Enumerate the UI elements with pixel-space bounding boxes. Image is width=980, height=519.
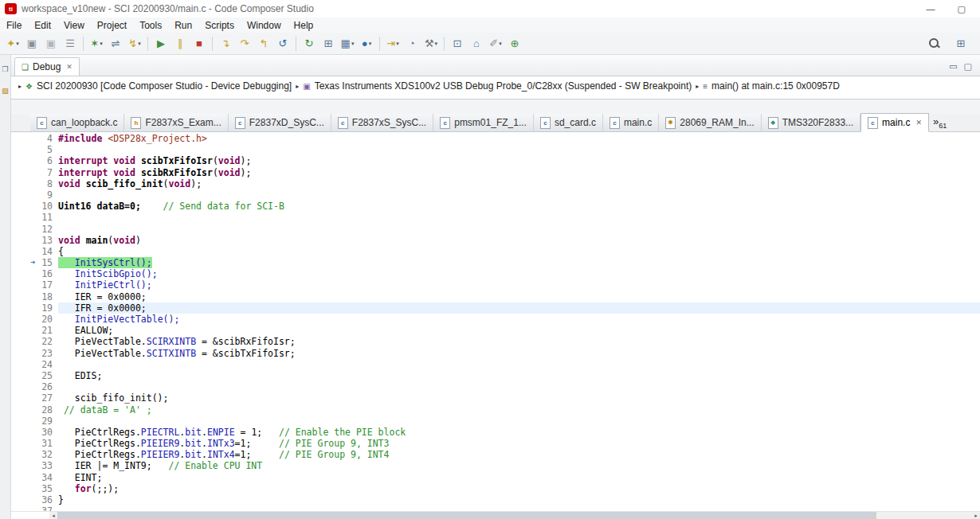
line-number[interactable]: 36 xyxy=(37,494,53,505)
code-text[interactable]: { xyxy=(58,246,980,257)
line-number[interactable]: 28 xyxy=(37,404,53,416)
editor-tab-f2837xs-exam[interactable]: hF2837xS_Exam... xyxy=(124,114,228,131)
code-text[interactable]: PieVectTable.SCITXINTB = &scibTxFifoIsr; xyxy=(58,348,980,359)
breakpoints-button[interactable]: ●▾ xyxy=(357,35,376,53)
pin-button[interactable]: ✐▾ xyxy=(486,35,505,53)
marker-gutter[interactable] xyxy=(11,155,37,166)
editor-tab-tms320f2833[interactable]: ◆TMS320F2833... xyxy=(762,114,860,131)
line-number[interactable]: 12 xyxy=(37,224,53,235)
marker-gutter[interactable] xyxy=(11,133,37,144)
marker-gutter[interactable] xyxy=(11,314,37,325)
marker-gutter[interactable] xyxy=(11,246,37,257)
editor-tab-main-c[interactable]: cmain.c✕ xyxy=(860,113,929,132)
marker-gutter[interactable] xyxy=(11,268,37,279)
dropdown-caret-icon[interactable]: ▾ xyxy=(499,41,502,47)
close-view-icon[interactable]: ✕ xyxy=(66,63,73,71)
marker-gutter[interactable] xyxy=(11,178,37,189)
breadcrumb-item[interactable]: ▣Texas Instruments XDS100v2 USB Debug Pr… xyxy=(303,80,692,92)
marker-gutter[interactable] xyxy=(11,348,37,359)
code-text[interactable]: EALLOW; xyxy=(58,325,980,336)
dropdown-caret-icon[interactable]: ▾ xyxy=(435,41,438,47)
line-number[interactable]: 26 xyxy=(37,381,53,392)
editor-tab-main-c[interactable]: cmain.c xyxy=(603,114,659,131)
editor-tab-f2837xd-sysc[interactable]: cF2837xD_SysC... xyxy=(229,114,331,131)
line-number[interactable]: 13 xyxy=(37,235,53,246)
step-over-button[interactable]: ↷ xyxy=(235,35,254,53)
marker-gutter[interactable] xyxy=(11,392,37,404)
line-number[interactable]: 16 xyxy=(37,268,53,279)
marker-gutter[interactable] xyxy=(11,201,37,212)
menu-help[interactable]: Help xyxy=(288,19,320,32)
minimize-view-button[interactable]: ▭ xyxy=(949,61,957,72)
profile-button[interactable]: ◔ xyxy=(402,35,421,53)
tab-overflow-button[interactable]: » 61 xyxy=(933,115,947,131)
new-target-config-button[interactable]: ⊕ xyxy=(505,35,524,53)
code-text[interactable]: interrupt void scibRxFifoIsr(void); xyxy=(58,167,980,178)
line-number[interactable]: 31 xyxy=(37,438,53,449)
line-number[interactable]: 9 xyxy=(37,189,53,201)
line-number[interactable]: 17 xyxy=(37,279,53,291)
marker-gutter[interactable] xyxy=(11,359,37,370)
marker-gutter[interactable] xyxy=(11,336,37,347)
scroll-left-icon[interactable]: ◂ xyxy=(49,512,57,519)
dropdown-caret-icon[interactable]: ▾ xyxy=(396,41,399,47)
line-number[interactable]: 18 xyxy=(37,291,53,302)
line-number[interactable]: 7 xyxy=(37,167,53,178)
memory-button[interactable]: ▦▾ xyxy=(338,35,357,53)
marker-gutter[interactable] xyxy=(11,291,37,302)
code-text[interactable]: InitSysCtrl(); xyxy=(58,257,980,268)
marker-gutter[interactable] xyxy=(11,505,37,511)
editor-tab-sd-card-c[interactable]: csd_card.c xyxy=(534,114,603,131)
suspend-button[interactable]: ∥ xyxy=(171,35,190,53)
flash-button[interactable]: ↯▾ xyxy=(125,35,144,53)
connect-target-button[interactable]: ⇌ xyxy=(106,35,125,53)
restore-view-button[interactable]: ❐ xyxy=(2,66,8,73)
marker-gutter[interactable] xyxy=(11,279,37,291)
breadcrumb-chevron-icon[interactable]: ▸ xyxy=(696,83,699,90)
menu-view[interactable]: View xyxy=(57,19,91,32)
line-number[interactable]: 11 xyxy=(37,212,53,223)
line-number[interactable]: 32 xyxy=(37,449,53,460)
code-text[interactable] xyxy=(58,189,980,201)
line-number[interactable]: 24 xyxy=(37,359,53,370)
save-button[interactable]: ▣ xyxy=(22,35,41,53)
code-text[interactable] xyxy=(58,416,980,427)
horizontal-scrollbar[interactable]: ◂ ▸ xyxy=(49,512,980,519)
marker-gutter[interactable] xyxy=(11,302,37,314)
breadcrumb-chevron-icon[interactable]: ▸ xyxy=(18,83,22,90)
line-number[interactable]: 29 xyxy=(37,416,53,427)
code-text[interactable]: interrupt void scibTxFifoIsr(void); xyxy=(58,155,980,166)
marker-gutter[interactable] xyxy=(11,404,37,416)
maximize-view-button[interactable]: ▢ xyxy=(964,61,972,72)
step-filters-button[interactable]: ⇥▾ xyxy=(383,35,402,53)
minimize-button[interactable]: — xyxy=(927,4,935,14)
marker-gutter[interactable] xyxy=(11,472,37,483)
tab-debug-view[interactable]: ❏ Debug ✕ xyxy=(14,57,80,76)
dropdown-caret-icon[interactable]: ▾ xyxy=(351,41,355,47)
code-text[interactable]: IER |= M_INT9; // Enable CPU INT xyxy=(58,460,980,471)
line-number[interactable]: 19 xyxy=(37,302,53,314)
menu-project[interactable]: Project xyxy=(91,19,133,32)
line-number[interactable]: 35 xyxy=(37,483,53,494)
code-editor[interactable]: 4#include <DSP28x_Project.h>56interrupt … xyxy=(11,132,980,511)
code-text[interactable]: } xyxy=(58,494,980,505)
maximize-button[interactable]: ▢ xyxy=(958,4,966,14)
line-number[interactable]: 10 xyxy=(37,201,53,212)
menu-tools[interactable]: Tools xyxy=(133,19,168,32)
open-perspective-button[interactable]: ⊞ xyxy=(951,35,970,53)
line-number[interactable]: 30 xyxy=(37,427,53,438)
line-number[interactable]: 27 xyxy=(37,392,53,404)
line-number[interactable]: 20 xyxy=(37,314,53,325)
code-text[interactable]: InitPieVectTable(); xyxy=(58,314,980,325)
line-number[interactable]: 25 xyxy=(37,370,53,381)
line-number[interactable]: 14 xyxy=(37,246,53,257)
marker-gutter[interactable] xyxy=(11,212,37,223)
tools-button[interactable]: ⚒▾ xyxy=(421,35,441,53)
print-button[interactable]: ☰ xyxy=(61,35,80,53)
new-button[interactable]: ✦▾ xyxy=(3,35,22,53)
line-number[interactable]: 22 xyxy=(37,336,53,347)
dropdown-caret-icon[interactable]: ▾ xyxy=(138,41,141,47)
code-text[interactable]: EDIS; xyxy=(58,370,980,381)
restart-button[interactable]: ↺ xyxy=(273,35,292,53)
terminate-button[interactable]: ■ xyxy=(190,35,209,53)
